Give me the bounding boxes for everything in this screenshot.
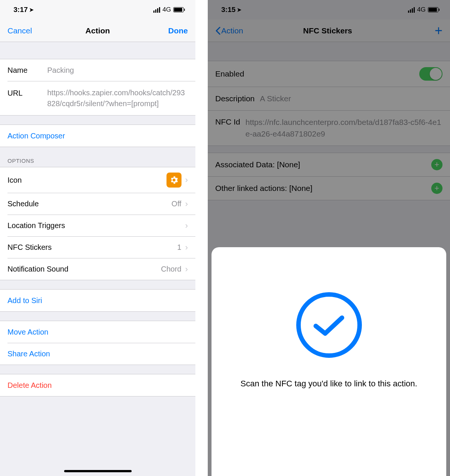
location-label: Location Triggers	[8, 221, 185, 230]
network-label: 4G	[162, 6, 171, 14]
chevron-right-icon: ›	[185, 264, 188, 274]
nfcid-row: NFC Id https://nfc.launchcenterpro.com/b…	[208, 110, 450, 146]
description-value: A Sticker	[260, 93, 442, 104]
name-row[interactable]: Name Packing	[0, 59, 195, 81]
nav-title: NFC Stickers	[220, 26, 435, 35]
chevron-right-icon: ›	[185, 221, 188, 231]
schedule-row[interactable]: Schedule Off ›	[8, 193, 195, 215]
url-label: URL	[8, 87, 47, 98]
location-triggers-row[interactable]: Location Triggers ›	[8, 215, 195, 236]
description-row[interactable]: Description A Sticker	[208, 87, 450, 110]
options-header: OPTIONS	[0, 147, 195, 167]
location-arrow-icon: ➤	[29, 7, 34, 13]
nfcid-label: NFC Id	[215, 117, 240, 126]
icon-row[interactable]: Icon ›	[0, 167, 195, 193]
enabled-toggle[interactable]	[419, 67, 442, 81]
nfc-stickers-row[interactable]: NFC Stickers 1 ›	[8, 236, 195, 258]
share-action-button[interactable]: Share Action	[8, 343, 195, 365]
signal-icon	[153, 7, 160, 13]
sound-label: Notification Sound	[8, 265, 161, 273]
sound-value: Chord	[161, 265, 181, 273]
battery-icon	[173, 7, 185, 12]
description-label: Description	[215, 94, 255, 103]
cancel-button[interactable]: Cancel	[8, 26, 45, 35]
name-label: Name	[8, 66, 47, 75]
nav-title: Action	[45, 26, 150, 35]
home-indicator[interactable]	[64, 470, 132, 472]
action-composer-button[interactable]: Action Composer	[0, 125, 195, 147]
checkmark-circle-icon	[296, 292, 362, 358]
status-time: 3:15	[221, 6, 236, 14]
sheet-text: Scan the NFC tag you'd like to link to t…	[222, 377, 436, 390]
nfc-value: 1	[177, 243, 182, 252]
nav-bar: Action NFC Stickers +	[208, 20, 450, 42]
move-action-button[interactable]: Move Action	[0, 321, 195, 343]
network-label: 4G	[417, 6, 426, 14]
battery-icon	[428, 7, 440, 12]
chevron-right-icon: ›	[185, 175, 188, 185]
nfc-label: NFC Stickers	[8, 243, 177, 252]
chevron-left-icon	[215, 27, 220, 35]
schedule-value: Off	[171, 200, 181, 208]
enabled-row: Enabled	[208, 61, 450, 87]
add-circle-icon[interactable]: +	[431, 183, 442, 194]
status-bar: 3:17 ➤ 4G	[0, 0, 195, 20]
done-button[interactable]: Done	[150, 26, 188, 35]
url-row[interactable]: URL https://hooks.zapier.com/hooks/catch…	[8, 81, 195, 115]
other-linked-label: Other linked actions: [None]	[215, 184, 431, 193]
nfc-scan-sheet: Scan the NFC tag you'd like to link to t…	[212, 247, 446, 476]
notification-sound-row[interactable]: Notification Sound Chord ›	[8, 258, 195, 280]
status-bar: 3:15 ➤ 4G	[208, 0, 450, 20]
name-value[interactable]: Packing	[47, 66, 188, 75]
add-button[interactable]: +	[435, 24, 442, 38]
associated-data-row[interactable]: Associated Data: [None] +	[208, 153, 450, 176]
enabled-label: Enabled	[215, 69, 414, 78]
associated-data-label: Associated Data: [None]	[215, 160, 431, 169]
gear-icon	[166, 173, 182, 188]
schedule-label: Schedule	[8, 200, 171, 208]
url-value[interactable]: https://hooks.zapier.com/hooks/catch/293…	[47, 87, 188, 109]
nfcid-value: https://nfc.launchcenterpro.com/beta/d18…	[246, 117, 442, 140]
add-to-siri-button[interactable]: Add to Siri	[0, 290, 195, 311]
chevron-right-icon: ›	[185, 243, 188, 252]
add-circle-icon[interactable]: +	[431, 159, 442, 170]
signal-icon	[408, 7, 415, 13]
icon-label: Icon	[8, 176, 166, 185]
status-time: 3:17	[14, 6, 28, 14]
chevron-right-icon: ›	[185, 199, 188, 209]
other-linked-row[interactable]: Other linked actions: [None] +	[208, 176, 450, 200]
location-arrow-icon: ➤	[237, 7, 242, 13]
delete-action-button[interactable]: Delete Action	[0, 374, 195, 396]
nav-bar: Cancel Action Done	[0, 20, 195, 42]
